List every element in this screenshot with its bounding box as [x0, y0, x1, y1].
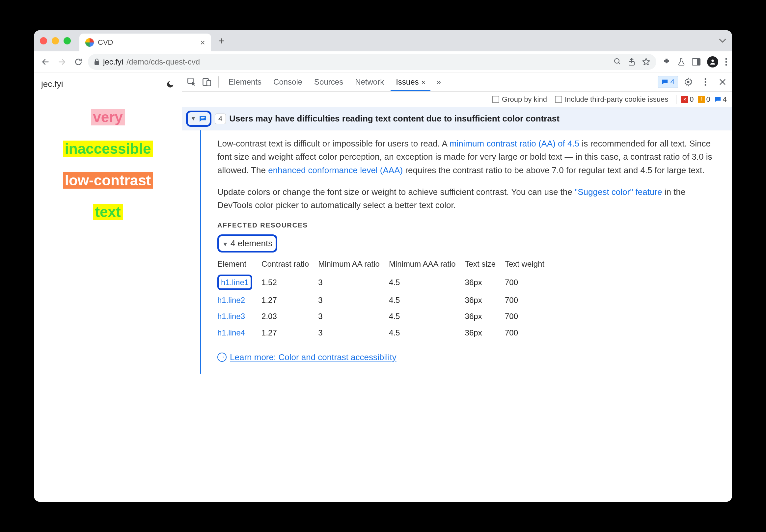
element-link[interactable]: h1.line2: [217, 296, 245, 305]
affected-elements-table: Element Contrast ratio Minimum AA ratio …: [217, 255, 554, 341]
tab-elements[interactable]: Elements: [223, 73, 267, 91]
issues-counter[interactable]: 4: [714, 95, 727, 104]
svg-point-13: [705, 78, 706, 80]
new-tab-button[interactable]: +: [218, 35, 224, 47]
arrow-right-circle-icon: →: [217, 353, 226, 362]
tab-title: CVD: [98, 38, 113, 47]
browser-tab[interactable]: CVD ×: [79, 34, 211, 51]
minimize-window-button[interactable]: [52, 37, 59, 44]
demo-line-2: inaccessible: [63, 141, 153, 157]
link-contrast-aa[interactable]: minimum contrast ratio (AA) of 4.5: [450, 139, 579, 148]
svg-point-5: [711, 59, 714, 62]
back-button[interactable]: [39, 55, 52, 69]
issue-expand-highlight: ▼: [186, 111, 211, 127]
demo-line-4: text: [93, 204, 122, 220]
issue-count-badge: 4: [215, 114, 226, 124]
svg-rect-11: [207, 80, 211, 86]
address-bar: jec.fyi/demo/cds-quest-cvd: [34, 51, 732, 72]
svg-rect-0: [94, 61, 99, 65]
warning-counter[interactable]: !0: [698, 95, 710, 104]
site-header: jec.fyi: [39, 79, 176, 99]
chevron-down-icon: ▼: [222, 241, 228, 248]
svg-rect-4: [697, 59, 700, 65]
issues-panel: ▼ 4 Users may have difficulties reading …: [182, 107, 732, 502]
side-panel-icon[interactable]: [692, 58, 700, 66]
fullscreen-window-button[interactable]: [64, 37, 71, 44]
share-icon[interactable]: [628, 58, 635, 66]
chevron-down-icon[interactable]: ▼: [190, 115, 196, 122]
tab-console[interactable]: Console: [268, 73, 307, 91]
table-row: h1.line3 2.03 3 4.5 36px 700: [217, 308, 554, 324]
col-contrast-ratio: Contrast ratio: [261, 255, 318, 273]
svg-point-7: [726, 61, 727, 63]
tab-sources[interactable]: Sources: [309, 73, 348, 91]
third-party-checkbox[interactable]: Include third-party cookie issues: [555, 95, 668, 104]
url-path: /demo/cds-quest-cvd: [126, 57, 200, 67]
element-link[interactable]: h1.line1: [221, 278, 249, 287]
svg-point-14: [705, 81, 706, 83]
bookmark-icon[interactable]: [642, 58, 650, 66]
omnibox[interactable]: jec.fyi/demo/cds-quest-cvd: [88, 54, 656, 70]
affected-resources-label: AFFECTED RESOURCES: [217, 220, 720, 230]
col-text-weight: Text weight: [505, 255, 554, 273]
kebab-menu-icon[interactable]: [699, 75, 712, 89]
col-text-size: Text size: [465, 255, 505, 273]
close-tab-icon[interactable]: ×: [200, 38, 205, 48]
col-min-aaa: Minimum AAA ratio: [389, 255, 465, 273]
close-window-button[interactable]: [40, 37, 47, 44]
rendered-page: jec.fyi very inaccessible low-contrast t…: [34, 72, 182, 502]
reload-button[interactable]: [71, 55, 85, 69]
forward-button[interactable]: [55, 55, 69, 69]
tab-bar: CVD × +: [34, 30, 732, 51]
learn-more-link[interactable]: → Learn more: Color and contrast accessi…: [217, 351, 720, 364]
profile-avatar[interactable]: [707, 56, 718, 67]
site-brand: jec.fyi: [41, 79, 63, 89]
affected-elements-toggle[interactable]: ▼ 4 elements: [217, 234, 720, 252]
table-row: h1.line4 1.27 3 4.5 36px 700: [217, 325, 554, 341]
menu-icon[interactable]: [725, 58, 727, 66]
issue-title: Users may have difficulties reading text…: [229, 114, 560, 124]
issues-badge[interactable]: 4: [658, 76, 678, 88]
demo-line-3: low-contrast: [63, 172, 153, 189]
theme-toggle-icon[interactable]: [166, 80, 174, 89]
element-link[interactable]: h1.line3: [217, 312, 245, 321]
tab-network[interactable]: Network: [350, 73, 389, 91]
device-toolbar-icon[interactable]: [200, 75, 214, 89]
omnibox-right-icons: [614, 58, 650, 66]
svg-point-6: [726, 58, 727, 60]
labs-icon[interactable]: [677, 58, 685, 66]
settings-icon[interactable]: [681, 75, 695, 89]
url-host: jec.fyi: [103, 57, 123, 67]
tabs-overflow-icon[interactable]: [719, 39, 726, 43]
col-min-aa: Minimum AA ratio: [318, 255, 389, 273]
element-link[interactable]: h1.line4: [217, 328, 245, 337]
extension-icons: [662, 56, 727, 67]
zoom-icon[interactable]: [614, 58, 621, 66]
link-suggest-color[interactable]: "Suggest color" feature: [575, 187, 662, 197]
tab-issues[interactable]: Issues×: [391, 73, 431, 91]
link-contrast-aaa[interactable]: enhanced conformance level (AAA): [268, 165, 403, 175]
browser-window: CVD × + jec.fyi/demo/cds-quest-cvd: [34, 30, 732, 502]
more-tabs-icon[interactable]: »: [432, 75, 446, 89]
demo-line-1: very: [91, 109, 125, 125]
svg-point-1: [615, 59, 619, 63]
issue-header[interactable]: ▼ 4 Users may have difficulties reading …: [182, 107, 732, 130]
close-devtools-icon[interactable]: [716, 75, 729, 89]
demo-lines: very inaccessible low-contrast text: [39, 109, 176, 220]
extensions-icon[interactable]: [662, 58, 671, 66]
table-row: h1.line2 1.27 3 4.5 36px 700: [217, 292, 554, 308]
error-counter[interactable]: ×0: [681, 95, 694, 104]
lock-icon: [94, 58, 100, 66]
issues-filter-bar: Group by kind Include third-party cookie…: [182, 92, 732, 107]
traffic-lights: [40, 37, 71, 44]
svg-point-15: [705, 84, 706, 86]
devtools-panel: Elements Console Sources Network Issues×…: [182, 72, 732, 502]
svg-point-12: [687, 81, 690, 83]
issue-description-2: Update colors or change the font size or…: [217, 185, 720, 212]
issue-description-1: Low-contrast text is difficult or imposs…: [217, 137, 720, 177]
col-element: Element: [217, 255, 261, 273]
close-tab-icon[interactable]: ×: [422, 79, 426, 86]
issue-counters: ×0 !0 4: [676, 95, 727, 104]
group-by-kind-checkbox[interactable]: Group by kind: [492, 95, 547, 104]
inspect-element-icon[interactable]: [185, 75, 198, 89]
